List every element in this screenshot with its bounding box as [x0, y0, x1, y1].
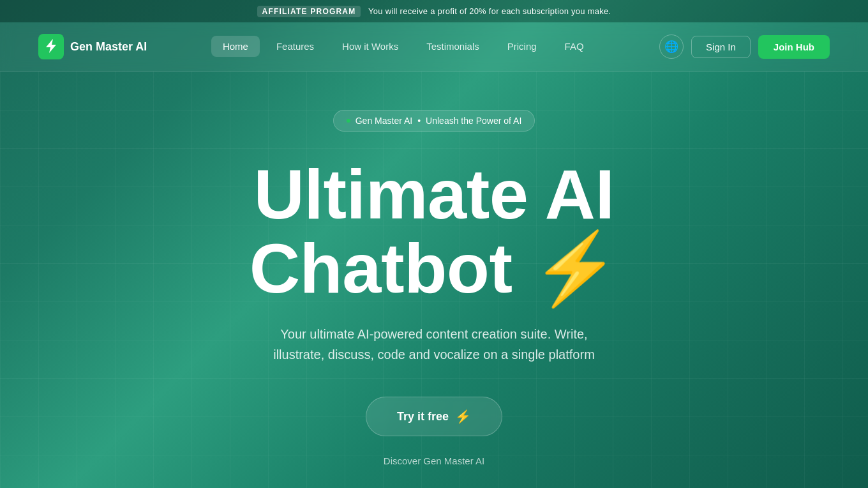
nav-item-pricing[interactable]: Pricing — [496, 41, 548, 52]
globe-icon: 🌐 — [664, 40, 678, 54]
logo-icon — [38, 34, 64, 59]
discover-link[interactable]: Discover Gen Master AI — [384, 455, 484, 466]
nav-links: Home Features How it Works Testimonials … — [211, 41, 595, 52]
badge-brand: Gen Master AI — [355, 116, 412, 126]
nav-item-how-it-works[interactable]: How it Works — [331, 41, 410, 52]
nav-link-pricing[interactable]: Pricing — [496, 36, 548, 57]
hero-subtitle: Your ultimate AI-powered content creatio… — [255, 324, 613, 365]
nav-link-testimonials[interactable]: Testimonials — [415, 36, 491, 57]
sign-in-button[interactable]: Sign In — [691, 36, 751, 58]
logo-text: Gen Master AI — [70, 40, 147, 54]
hero-badge: Gen Master AI • Unleash the Power of AI — [333, 110, 535, 132]
affiliate-bar: AFFILIATE PROGRAM You will receive a pro… — [0, 0, 868, 22]
nav-item-features[interactable]: Features — [265, 41, 326, 52]
nav-right: 🌐 Sign In Join Hub — [659, 34, 830, 59]
hero-title-line1: Ultimate AI — [250, 157, 619, 231]
nav-link-faq[interactable]: FAQ — [553, 36, 595, 57]
nav-item-home[interactable]: Home — [211, 41, 260, 52]
logo[interactable]: Gen Master AI — [38, 34, 147, 59]
bolt-icon-title: ⚡ — [532, 229, 619, 307]
badge-dot — [347, 119, 350, 123]
nav-link-home[interactable]: Home — [211, 36, 260, 57]
badge-tagline: Unleash the Power of AI — [426, 116, 521, 126]
nav-link-features[interactable]: Features — [265, 36, 326, 57]
join-hub-button[interactable]: Join Hub — [758, 35, 830, 59]
affiliate-label: AFFILIATE PROGRAM — [257, 6, 361, 17]
try-btn-bolt: ⚡ — [455, 409, 471, 424]
hero-title-line2: Chatbot ⚡ — [250, 231, 619, 305]
nav-item-testimonials[interactable]: Testimonials — [415, 41, 491, 52]
nav-item-faq[interactable]: FAQ — [553, 41, 595, 52]
try-it-free-button[interactable]: Try it free ⚡ — [366, 397, 502, 436]
language-button[interactable]: 🌐 — [659, 34, 684, 59]
hero-section: Gen Master AI • Unleash the Power of AI … — [0, 72, 868, 488]
nav-link-how-it-works[interactable]: How it Works — [331, 36, 410, 57]
main-nav: Gen Master AI Home Features How it Works… — [0, 22, 868, 72]
try-btn-label: Try it free — [397, 410, 449, 423]
badge-separator: • — [417, 116, 421, 126]
chatbot-text: Chatbot — [250, 229, 513, 307]
hero-title: Ultimate AI Chatbot ⚡ — [250, 157, 619, 305]
affiliate-message: You will receive a profit of 20% for eac… — [368, 6, 611, 16]
